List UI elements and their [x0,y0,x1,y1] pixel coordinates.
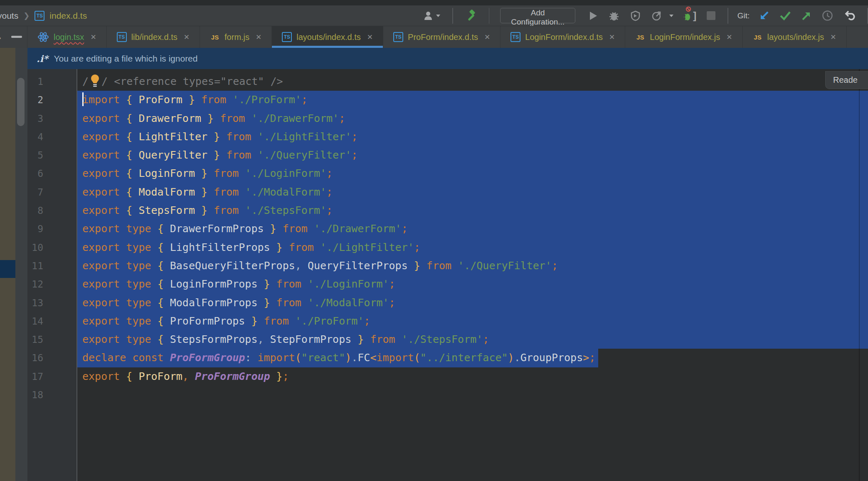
line-number: 14 [27,312,76,330]
undo-icon[interactable] [844,10,856,21]
tab-close-icon[interactable]: ✕ [90,33,96,42]
javascript-file-icon: JS [635,32,645,42]
tab-label: login.tsx [54,32,84,42]
git-update-icon[interactable] [759,10,769,21]
left-gutter-strip [15,48,27,481]
code-line-11: 11export type { BaseQueryFilterProps, Qu… [27,257,868,275]
git-label: Git: [737,11,750,20]
tab-layouts-index-d-ts[interactable]: TSlayouts/index.d.ts✕ [272,26,383,48]
code-line-text[interactable]: export { ProForm, ProFormGroup }; [77,367,868,386]
line-number: 8 [27,201,76,220]
code-line-text[interactable]: export type { StepsFormProps, StepFormPr… [77,330,868,349]
tab-close-icon[interactable]: ✕ [830,33,836,42]
code-line-text[interactable]: export { StepsForm } from './StepsForm'; [77,201,868,220]
code-line-18: 18 [27,386,868,404]
profiler-icon[interactable] [651,10,662,21]
code-line-text[interactable]: export type { BaseQueryFilterProps, Quer… [77,257,868,275]
line-number: 18 [27,386,76,404]
tab-close-icon[interactable]: ✕ [367,33,373,42]
user-icon[interactable] [422,10,433,21]
attach-debugger-icon[interactable]: ] [684,10,696,22]
line-number: 15 [27,330,76,349]
code-line-text[interactable] [77,386,868,404]
line-number: 5 [27,146,76,164]
toolbar-actions: Add Configuration... [417,5,868,26]
toolbar-separator [489,8,490,24]
code-line-text[interactable]: import { ProForm } from './ProForm'; [77,91,868,109]
build-hammer-icon[interactable] [465,10,477,22]
minus-icon[interactable] [11,36,22,38]
code-line-6: 6export { LoginForm } from './LoginForm'… [27,164,868,183]
code-line-text[interactable]: // <reference types="react" /> [77,72,868,91]
code-line-text[interactable]: export { ModalForm } from './ModalForm'; [77,183,868,201]
code-line-text[interactable]: export type { LoginFormProps } from './L… [77,275,868,293]
code-line-12: 12export type { LoginFormProps } from '.… [27,275,868,293]
tab-close-icon[interactable]: ✕ [484,33,490,42]
chevron-right-icon: ❯ [23,11,30,20]
stop-icon[interactable] [706,11,716,20]
code-line-text[interactable]: export { DrawerForm } from './DrawerForm… [77,109,868,128]
tab-form-js[interactable]: JSform.js✕ [200,26,272,48]
right-margin-guide [859,69,860,481]
code-line-text[interactable]: declare const ProFormGroup: import("reac… [77,349,868,367]
intention-bulb-icon[interactable] [90,74,100,93]
ignored-file-banner: .i* You are editing a file which is igno… [27,48,868,69]
debug-icon[interactable] [609,10,619,21]
code-line-10: 10export type { LightFilterProps } from … [27,238,868,257]
code-editor[interactable]: 1// <reference types="react" />2import {… [27,69,868,481]
git-push-icon[interactable] [801,10,812,21]
tab-bar-left-gutter: › [0,26,27,48]
code-line-2: 2import { ProForm } from './ProForm'; [27,91,868,109]
code-line-text[interactable]: export { QueryFilter } from './QueryFilt… [77,146,868,164]
tab-lib-index-d-ts[interactable]: TSlib/index.d.ts✕ [107,26,200,48]
code-line-text[interactable]: export type { DrawerFormProps } from './… [77,220,868,238]
typescript-file-icon: TS [282,32,292,42]
editor-tabs: login.tsx✕TSlib/index.d.ts✕JSform.js✕TSl… [27,26,868,48]
tab-loginform-index-d-ts[interactable]: TSLoginForm/index.d.ts✕ [501,26,625,48]
line-number: 3 [27,109,76,128]
git-commit-icon[interactable] [779,11,791,21]
tab-close-icon[interactable]: ✕ [609,33,615,42]
code-line-9: 9export type { DrawerFormProps } from '.… [27,220,868,238]
code-line-text[interactable]: export { LoginForm } from './LoginForm'; [77,164,868,183]
code-line-text[interactable]: export type { ModalFormProps } from './M… [77,294,868,312]
run-icon[interactable] [589,11,598,21]
coverage-icon[interactable] [630,10,641,21]
tab-close-icon[interactable]: ✕ [184,33,190,42]
code-line-7: 7export { ModalForm } from './ModalForm'… [27,183,868,201]
code-line-14: 14export type { ProFormProps } from './P… [27,312,868,330]
tool-window-strip[interactable] [0,48,15,481]
typescript-file-icon: TS [393,32,403,42]
vertical-scrollbar-thumb[interactable] [17,78,25,126]
tab-label: ProForm/index.d.ts [408,32,478,42]
dropdown-arrow-icon[interactable] [669,14,674,17]
clipped-icon: › [0,33,1,42]
tab-proform-index-d-ts[interactable]: TSProForm/index.d.ts✕ [383,26,501,48]
history-icon[interactable] [822,10,833,21]
tab-label: layouts/index.js [767,32,824,42]
reader-mode-popup[interactable]: Reade [825,71,868,89]
tab-label: lib/index.d.ts [131,32,178,42]
breadcrumb-parent[interactable]: youts [0,11,18,21]
line-number: 13 [27,294,76,312]
line-number: 11 [27,257,76,275]
editor-tab-bar: › login.tsx✕TSlib/index.d.ts✕JSform.js✕T… [0,26,868,48]
toolbar-separator [452,8,453,24]
code-line-text[interactable]: export type { LightFilterProps } from '.… [77,238,868,257]
tab-login-tsx[interactable]: login.tsx✕ [27,26,107,48]
tab-close-icon[interactable]: ✕ [256,33,261,42]
tab-close-icon[interactable]: ✕ [726,33,732,42]
tab-layouts-index-js[interactable]: JSlayouts/index.js✕ [743,26,847,48]
code-line-text[interactable]: export type { ProFormProps } from './Pro… [77,312,868,330]
typescript-file-icon: TS [35,11,44,21]
breadcrumb-file[interactable]: index.d.ts [49,11,87,21]
tab-loginform-index-js[interactable]: JSLoginForm/index.js✕ [625,26,742,48]
code-line-8: 8export { StepsForm } from './StepsForm'… [27,201,868,220]
line-number: 10 [27,238,76,257]
dropdown-arrow-icon[interactable] [436,14,441,17]
add-configuration-button[interactable]: Add Configuration... [500,8,575,23]
line-number: 1 [27,72,76,91]
code-line-text[interactable]: export { LightFilter } from './LightFilt… [77,128,868,146]
tab-label: LoginForm/index.js [650,32,720,42]
ide-window: youts ❯ TS index.d.ts Add Configuration.… [0,0,868,481]
